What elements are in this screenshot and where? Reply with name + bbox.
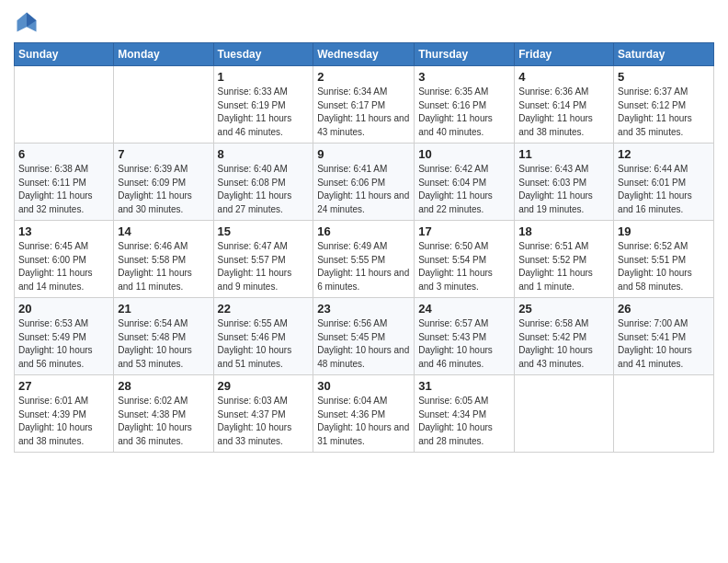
day-number: 22: [218, 302, 310, 316]
page: SundayMondayTuesdayWednesdayThursdayFrid…: [0, 0, 728, 462]
day-detail: Sunrise: 6:58 AM Sunset: 5:42 PM Dayligh…: [518, 317, 609, 371]
day-number: 28: [118, 379, 209, 393]
calendar-cell: 11Sunrise: 6:43 AM Sunset: 6:03 PM Dayli…: [515, 144, 614, 221]
calendar-cell: 18Sunrise: 6:51 AM Sunset: 5:52 PM Dayli…: [515, 221, 614, 298]
calendar-week-1: 6Sunrise: 6:38 AM Sunset: 6:11 PM Daylig…: [15, 144, 714, 221]
day-detail: Sunrise: 6:53 AM Sunset: 5:49 PM Dayligh…: [18, 317, 109, 371]
day-detail: Sunrise: 7:00 AM Sunset: 5:41 PM Dayligh…: [618, 317, 710, 371]
day-detail: Sunrise: 6:54 AM Sunset: 5:48 PM Dayligh…: [118, 317, 209, 371]
day-detail: Sunrise: 6:42 AM Sunset: 6:04 PM Dayligh…: [418, 163, 510, 216]
day-number: 21: [118, 302, 209, 316]
day-detail: Sunrise: 6:52 AM Sunset: 5:51 PM Dayligh…: [618, 240, 710, 293]
day-number: 17: [418, 224, 510, 238]
day-detail: Sunrise: 6:04 AM Sunset: 4:36 PM Dayligh…: [317, 395, 410, 448]
calendar-cell: 2Sunrise: 6:34 AM Sunset: 6:17 PM Daylig…: [313, 66, 415, 144]
calendar-cell: 20Sunrise: 6:53 AM Sunset: 5:49 PM Dayli…: [15, 298, 114, 375]
calendar-cell: 31Sunrise: 6:05 AM Sunset: 4:34 PM Dayli…: [415, 375, 515, 453]
day-detail: Sunrise: 6:37 AM Sunset: 6:12 PM Dayligh…: [618, 86, 710, 139]
calendar-cell: 26Sunrise: 7:00 AM Sunset: 5:41 PM Dayli…: [614, 298, 714, 375]
day-detail: Sunrise: 6:44 AM Sunset: 6:01 PM Dayligh…: [618, 163, 710, 216]
day-detail: Sunrise: 6:35 AM Sunset: 6:16 PM Dayligh…: [418, 86, 510, 139]
day-detail: Sunrise: 6:33 AM Sunset: 6:19 PM Dayligh…: [218, 86, 310, 139]
day-number: 30: [317, 379, 410, 393]
calendar-cell: [15, 66, 114, 144]
calendar-cell: 21Sunrise: 6:54 AM Sunset: 5:48 PM Dayli…: [114, 298, 213, 375]
calendar-table: SundayMondayTuesdayWednesdayThursdayFrid…: [14, 42, 714, 453]
calendar-cell: [114, 66, 213, 144]
logo: [14, 9, 43, 35]
calendar-cell: 10Sunrise: 6:42 AM Sunset: 6:04 PM Dayli…: [415, 144, 515, 221]
day-detail: Sunrise: 6:57 AM Sunset: 5:43 PM Dayligh…: [418, 317, 510, 371]
calendar-cell: 16Sunrise: 6:49 AM Sunset: 5:55 PM Dayli…: [313, 221, 415, 298]
day-detail: Sunrise: 6:51 AM Sunset: 5:52 PM Dayligh…: [518, 240, 609, 293]
calendar-cell: 19Sunrise: 6:52 AM Sunset: 5:51 PM Dayli…: [614, 221, 714, 298]
day-detail: Sunrise: 6:40 AM Sunset: 6:08 PM Dayligh…: [218, 163, 310, 216]
day-number: 5: [618, 70, 710, 84]
day-number: 31: [418, 379, 510, 393]
col-header-sunday: Sunday: [15, 43, 114, 66]
day-detail: Sunrise: 6:41 AM Sunset: 6:06 PM Dayligh…: [317, 163, 410, 216]
calendar-cell: 29Sunrise: 6:03 AM Sunset: 4:37 PM Dayli…: [213, 375, 313, 453]
calendar-cell: 17Sunrise: 6:50 AM Sunset: 5:54 PM Dayli…: [415, 221, 515, 298]
calendar-cell: 5Sunrise: 6:37 AM Sunset: 6:12 PM Daylig…: [614, 66, 714, 144]
day-number: 16: [317, 224, 410, 238]
day-number: 23: [317, 302, 410, 316]
day-number: 4: [518, 70, 609, 84]
day-number: 25: [518, 302, 609, 316]
calendar-week-2: 13Sunrise: 6:45 AM Sunset: 6:00 PM Dayli…: [15, 221, 714, 298]
col-header-thursday: Thursday: [415, 43, 515, 66]
day-number: 9: [317, 147, 410, 161]
day-number: 11: [518, 147, 609, 161]
day-number: 14: [118, 224, 209, 238]
day-detail: Sunrise: 6:43 AM Sunset: 6:03 PM Dayligh…: [518, 163, 609, 216]
day-number: 27: [18, 379, 109, 393]
calendar-cell: 9Sunrise: 6:41 AM Sunset: 6:06 PM Daylig…: [313, 144, 415, 221]
logo-icon: [14, 9, 40, 35]
day-detail: Sunrise: 6:03 AM Sunset: 4:37 PM Dayligh…: [218, 395, 310, 448]
day-number: 15: [218, 224, 310, 238]
calendar-cell: 15Sunrise: 6:47 AM Sunset: 5:57 PM Dayli…: [213, 221, 313, 298]
calendar-week-4: 27Sunrise: 6:01 AM Sunset: 4:39 PM Dayli…: [15, 375, 714, 453]
calendar-cell: 12Sunrise: 6:44 AM Sunset: 6:01 PM Dayli…: [614, 144, 714, 221]
col-header-saturday: Saturday: [614, 43, 714, 66]
day-detail: Sunrise: 6:01 AM Sunset: 4:39 PM Dayligh…: [18, 395, 109, 448]
calendar-cell: 14Sunrise: 6:46 AM Sunset: 5:58 PM Dayli…: [114, 221, 213, 298]
day-detail: Sunrise: 6:56 AM Sunset: 5:45 PM Dayligh…: [317, 317, 410, 371]
day-detail: Sunrise: 6:39 AM Sunset: 6:09 PM Dayligh…: [118, 163, 209, 216]
day-number: 10: [418, 147, 510, 161]
calendar-cell: 23Sunrise: 6:56 AM Sunset: 5:45 PM Dayli…: [313, 298, 415, 375]
day-number: 8: [218, 147, 310, 161]
calendar-cell: 25Sunrise: 6:58 AM Sunset: 5:42 PM Dayli…: [515, 298, 614, 375]
calendar-header-row: SundayMondayTuesdayWednesdayThursdayFrid…: [15, 43, 714, 66]
day-number: 6: [18, 147, 109, 161]
calendar-cell: 8Sunrise: 6:40 AM Sunset: 6:08 PM Daylig…: [213, 144, 313, 221]
day-number: 2: [317, 70, 410, 84]
day-detail: Sunrise: 6:36 AM Sunset: 6:14 PM Dayligh…: [518, 86, 609, 139]
day-detail: Sunrise: 6:50 AM Sunset: 5:54 PM Dayligh…: [418, 240, 510, 293]
calendar-cell: 7Sunrise: 6:39 AM Sunset: 6:09 PM Daylig…: [114, 144, 213, 221]
calendar-cell: 22Sunrise: 6:55 AM Sunset: 5:46 PM Dayli…: [213, 298, 313, 375]
calendar-week-3: 20Sunrise: 6:53 AM Sunset: 5:49 PM Dayli…: [15, 298, 714, 375]
day-number: 13: [18, 224, 109, 238]
day-number: 18: [518, 224, 609, 238]
col-header-tuesday: Tuesday: [213, 43, 313, 66]
day-number: 20: [18, 302, 109, 316]
day-number: 26: [618, 302, 710, 316]
col-header-monday: Monday: [114, 43, 213, 66]
calendar-cell: 24Sunrise: 6:57 AM Sunset: 5:43 PM Dayli…: [415, 298, 515, 375]
calendar-cell: 30Sunrise: 6:04 AM Sunset: 4:36 PM Dayli…: [313, 375, 415, 453]
day-number: 7: [118, 147, 209, 161]
day-detail: Sunrise: 6:45 AM Sunset: 6:00 PM Dayligh…: [18, 240, 109, 293]
day-number: 29: [218, 379, 310, 393]
col-header-friday: Friday: [515, 43, 614, 66]
col-header-wednesday: Wednesday: [313, 43, 415, 66]
day-detail: Sunrise: 6:46 AM Sunset: 5:58 PM Dayligh…: [118, 240, 209, 293]
header: [14, 9, 714, 35]
calendar-cell: [614, 375, 714, 453]
day-detail: Sunrise: 6:49 AM Sunset: 5:55 PM Dayligh…: [317, 240, 410, 293]
calendar-cell: 3Sunrise: 6:35 AM Sunset: 6:16 PM Daylig…: [415, 66, 515, 144]
day-detail: Sunrise: 6:38 AM Sunset: 6:11 PM Dayligh…: [18, 163, 109, 216]
calendar-cell: 28Sunrise: 6:02 AM Sunset: 4:38 PM Dayli…: [114, 375, 213, 453]
day-number: 1: [218, 70, 310, 84]
day-number: 3: [418, 70, 510, 84]
